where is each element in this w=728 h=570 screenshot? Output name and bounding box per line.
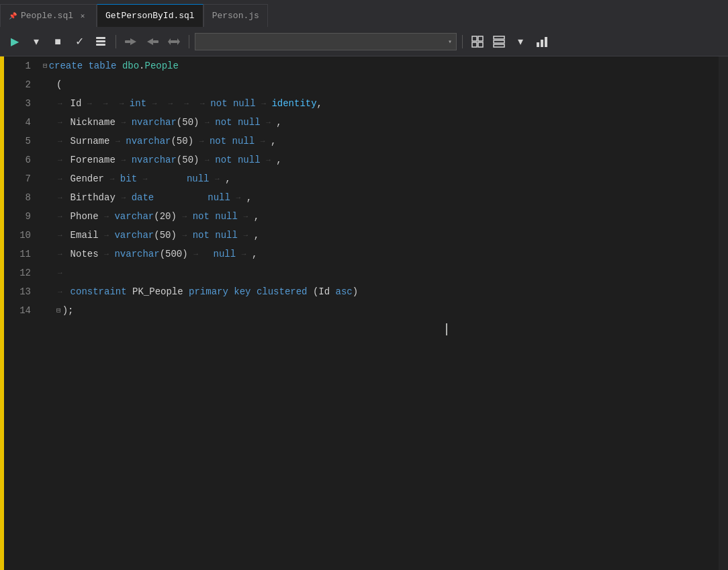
run-dropdown-button[interactable]: ▾	[27, 32, 46, 51]
svg-rect-17	[537, 42, 539, 47]
code-line-15[interactable]	[43, 320, 719, 339]
sp6b	[232, 151, 238, 169]
fold-icon-1[interactable]: ⊟	[43, 56, 48, 75]
type-nvarchar-6: nvarchar	[132, 151, 177, 169]
arr-3f: →	[163, 94, 179, 113]
toolbar: ▶ ▾ ■ ✓ ▾ ▾	[0, 27, 728, 56]
conn-right-button[interactable]	[143, 32, 162, 51]
line-num-6: 6	[4, 151, 31, 169]
pk-col: Id	[318, 282, 330, 301]
keyword-table: table	[88, 56, 116, 75]
keyword-not-5: not	[210, 132, 226, 151]
results-grid-button[interactable]	[468, 32, 487, 51]
comma-10: ,	[254, 226, 259, 245]
size-50-5: 50	[177, 132, 188, 151]
col-id: Id	[71, 94, 82, 113]
stop-button[interactable]: ■	[48, 32, 67, 51]
sp13e	[251, 282, 257, 301]
code-line-14: ⊟ );	[43, 301, 719, 320]
code-line-7: → Gender → bit → null → ,	[43, 169, 719, 188]
run-button[interactable]: ▶	[5, 32, 24, 51]
keyword-null-11: null	[214, 245, 236, 263]
svg-rect-7	[171, 40, 177, 43]
keyword-null-7: null	[187, 169, 210, 188]
arr-5c: →	[193, 132, 210, 151]
arr-3a: →	[56, 94, 64, 113]
arr-3h: →	[195, 94, 211, 113]
lp-13: (	[313, 282, 318, 301]
db-button[interactable]	[91, 32, 110, 51]
type-date: date	[132, 188, 154, 207]
keyword-null-8: null	[208, 188, 230, 207]
svg-rect-1	[96, 40, 105, 42]
col-birthday: Birthday	[71, 188, 116, 207]
keyword-not-10: not	[193, 226, 210, 245]
keyword-not-9: not	[193, 207, 210, 226]
keyword-null-4: null	[238, 113, 261, 132]
code-line-2: (	[43, 75, 719, 94]
parse-button[interactable]: ✓	[70, 32, 89, 51]
connection-dropdown-arrow: ▾	[448, 38, 452, 45]
arr-3g: →	[179, 94, 195, 113]
tab-getpersonbyid-sql[interactable]: GetPersonById.sql	[97, 4, 203, 27]
space	[83, 56, 88, 75]
type-nvarchar-4: nvarchar	[132, 113, 177, 132]
line-num-1: 1	[4, 56, 31, 75]
rp-9: )	[171, 207, 176, 226]
col-email: Email	[71, 226, 99, 245]
type-varchar-10: varchar	[114, 226, 154, 245]
svg-rect-3	[125, 40, 130, 43]
arr-6c: →	[199, 151, 215, 169]
col-forename: Forename	[71, 151, 116, 169]
arr-11a: →	[56, 245, 64, 263]
arr-4b: →	[116, 113, 132, 132]
arr-10a: →	[56, 226, 64, 245]
scrollbar[interactable]	[719, 56, 728, 570]
arr-8b: →	[116, 188, 132, 207]
code-editor[interactable]: ⊟ create table dbo . People ( → Id → → →…	[38, 56, 719, 570]
arr-9c: →	[177, 207, 193, 226]
conn-both-button[interactable]	[165, 32, 183, 51]
svg-rect-13	[478, 42, 483, 47]
results-table-button[interactable]	[490, 32, 508, 51]
size-50-4: 50	[182, 113, 193, 132]
comma-6: ,	[276, 151, 281, 169]
type-bit: bit	[120, 169, 137, 188]
svg-marker-8	[168, 38, 171, 45]
pk-name: PK_People	[132, 282, 183, 301]
arr-7d: →	[209, 169, 225, 188]
editor: 1 2 3 4 5 6 7 8 9 10 11 12 13 14 ⊟ creat…	[0, 56, 728, 570]
connection-dropdown[interactable]: ▾	[195, 33, 457, 50]
arr-4a: →	[56, 113, 64, 132]
tab-close-people-sql[interactable]: ✕	[77, 11, 88, 22]
arr-4c: →	[199, 113, 215, 132]
arr-12: →	[56, 263, 64, 282]
arr-10d: →	[238, 226, 254, 245]
sp13b	[127, 282, 132, 301]
size-50-10: 50	[160, 226, 171, 245]
close-paren-semi: );	[62, 301, 74, 320]
sp4b	[232, 113, 238, 132]
arr-5a: →	[56, 132, 64, 151]
tab-people-sql[interactable]: 📌 People.sql ✕	[0, 4, 97, 27]
line-num-9: 9	[4, 207, 31, 226]
lp-11: (	[160, 245, 165, 263]
open-paren: (	[56, 75, 62, 94]
fold-icon-14[interactable]: ⊟	[56, 301, 61, 320]
sp9b	[210, 207, 215, 226]
keyword-null-5: null	[232, 132, 255, 151]
tab-label-getpersonbyid-sql: GetPersonById.sql	[105, 11, 195, 21]
col-surname: Surname	[71, 132, 110, 151]
conn-left-button[interactable]	[122, 32, 140, 51]
identity-kw: identity	[271, 94, 316, 113]
tab-person-js[interactable]: Person.js	[203, 4, 268, 27]
keyword-null-6: null	[238, 151, 261, 169]
code-line-8: → Birthday → date null → ,	[43, 188, 719, 207]
svg-rect-2	[96, 44, 105, 46]
space	[116, 56, 122, 75]
stats-button[interactable]	[533, 32, 551, 51]
comma-9: ,	[254, 207, 259, 226]
arr-5d: →	[255, 132, 271, 151]
results-dropdown-button[interactable]: ▾	[511, 32, 530, 51]
keyword-not-4: not	[215, 113, 232, 132]
